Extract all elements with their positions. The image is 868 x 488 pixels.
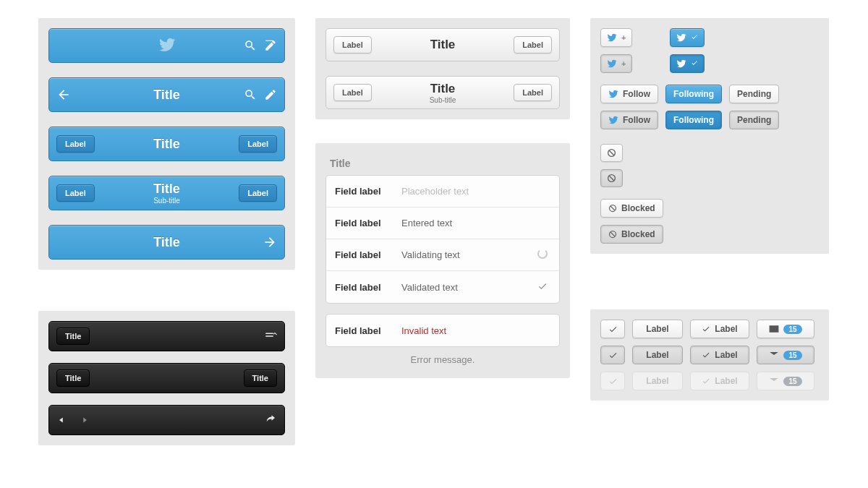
field-label: Field label <box>335 249 391 260</box>
form-error-message: Error message. <box>326 347 560 368</box>
check-icon <box>702 351 710 359</box>
nav-left-button[interactable]: Title <box>56 369 90 387</box>
bird-icon <box>676 33 686 43</box>
nav-left-button[interactable]: Label <box>333 36 372 53</box>
block-icon-button[interactable] <box>600 144 623 162</box>
block-icon <box>607 148 616 158</box>
bird-icon <box>676 59 686 69</box>
back-arrow-icon[interactable] <box>56 87 71 102</box>
field-value: Validating text <box>401 249 524 260</box>
button-label: Label <box>646 376 668 386</box>
nav-left-button[interactable]: Label <box>333 84 372 101</box>
panel-black-navbars: Title Title Title <box>38 311 295 445</box>
following-label: Following <box>673 89 714 99</box>
form-row-validating[interactable]: Field label Validating text <box>326 239 559 271</box>
label-button-pressed[interactable]: Label <box>632 346 683 364</box>
search-icon[interactable] <box>244 88 257 101</box>
bird-icon <box>158 36 176 53</box>
navbar-title: Title <box>153 181 180 196</box>
label-button[interactable]: Label <box>632 320 683 338</box>
navbar-subtitle: Sub-title <box>95 197 239 205</box>
form-card: Field label Placeholder text Field label… <box>326 175 560 304</box>
button-label: Label <box>715 376 737 386</box>
check-icon <box>691 59 698 69</box>
check-button[interactable] <box>600 320 625 338</box>
form-row-validated[interactable]: Field label Validated text <box>326 271 559 303</box>
next-icon[interactable] <box>80 415 90 425</box>
checklist-icon[interactable] <box>264 330 277 343</box>
follow-small-button[interactable]: + <box>600 28 632 47</box>
navbar-title: Title <box>430 38 456 51</box>
mail-badge-button[interactable]: 15 <box>757 320 814 338</box>
following-small-button[interactable] <box>670 28 705 47</box>
block-icon <box>608 230 617 239</box>
check-button-disabled <box>600 372 625 390</box>
search-icon[interactable] <box>244 39 257 52</box>
block-icon <box>608 204 617 213</box>
check-icon <box>702 325 710 333</box>
navbar-blue-subtitle: Label Title Sub-title Label <box>48 176 285 210</box>
badge-count: 15 <box>783 325 801 334</box>
navbar-title: Title <box>430 82 456 95</box>
nav-right-button[interactable]: Label <box>514 36 552 53</box>
block-icon <box>607 174 616 183</box>
nav-right-button[interactable]: Title <box>244 369 277 387</box>
forward-arrow-icon <box>263 235 277 249</box>
pending-label: Pending <box>737 89 771 99</box>
mail-icon <box>769 350 779 360</box>
form-row-placeholder[interactable]: Field label Placeholder text <box>326 176 559 207</box>
pending-button[interactable]: Pending <box>729 85 779 103</box>
navbar-blue-forward[interactable]: Title <box>48 225 285 260</box>
check-icon <box>535 281 550 294</box>
bird-icon <box>608 115 618 125</box>
nav-right-button[interactable]: Label <box>239 184 277 202</box>
blocked-button-pressed[interactable]: Blocked <box>600 225 663 244</box>
check-icon <box>608 377 618 386</box>
nav-right-button[interactable]: Label <box>239 135 277 153</box>
button-label: Label <box>646 350 668 360</box>
field-value: Validated text <box>401 282 524 293</box>
svg-line-7 <box>610 232 615 236</box>
nav-left-button[interactable]: Title <box>56 328 90 345</box>
blocked-label: Blocked <box>621 229 655 239</box>
button-label: Label <box>715 324 737 334</box>
navbar-blue-back: Title <box>48 77 285 112</box>
navbar-title: Title <box>153 87 180 102</box>
navbar-blue-labels: Label Title Label <box>48 127 285 161</box>
mail-badge-button-pressed[interactable]: 15 <box>757 346 814 364</box>
field-label: Field label <box>335 325 391 336</box>
check-label-button-pressed[interactable]: Label <box>690 346 749 364</box>
follow-button-pressed[interactable]: Follow <box>600 111 658 129</box>
check-label-button[interactable]: Label <box>690 320 749 338</box>
nav-right-button[interactable]: Label <box>514 84 552 101</box>
button-label: Label <box>715 350 737 360</box>
badge-count: 15 <box>783 351 801 360</box>
navbar-title: Title <box>153 137 180 151</box>
pending-button-pressed[interactable]: Pending <box>729 111 779 129</box>
form-row-invalid[interactable]: Field label Invalid text <box>326 314 559 346</box>
follow-button[interactable]: Follow <box>600 85 658 103</box>
field-label: Field label <box>335 282 391 293</box>
form-row-entered[interactable]: Field label Entered text <box>326 207 559 239</box>
check-button-pressed[interactable] <box>600 346 625 364</box>
plus-icon: + <box>621 33 626 42</box>
block-icon-button-pressed[interactable] <box>600 169 623 187</box>
navbar-title: Title <box>153 235 180 249</box>
blocked-button[interactable]: Blocked <box>600 199 663 218</box>
check-icon <box>702 377 710 385</box>
nav-left-button[interactable]: Label <box>56 184 95 202</box>
compose-icon[interactable] <box>264 39 277 52</box>
share-icon[interactable] <box>264 414 277 427</box>
prev-icon[interactable] <box>56 415 67 425</box>
svg-line-3 <box>609 176 614 181</box>
follow-small-button-pressed[interactable]: + <box>600 54 632 73</box>
panel-follow-buttons: + + Follow Following Pending Follow Foll… <box>590 18 829 254</box>
compose-icon[interactable] <box>264 88 277 101</box>
following-button-pressed[interactable]: Following <box>665 111 722 129</box>
following-button[interactable]: Following <box>665 85 722 103</box>
nav-left-button[interactable]: Label <box>56 135 95 153</box>
check-label-button-disabled: Label <box>690 372 749 390</box>
following-small-button-pressed[interactable] <box>670 54 705 73</box>
panel-form: Title Field label Placeholder text Field… <box>315 143 570 378</box>
label-button-disabled: Label <box>632 372 683 390</box>
